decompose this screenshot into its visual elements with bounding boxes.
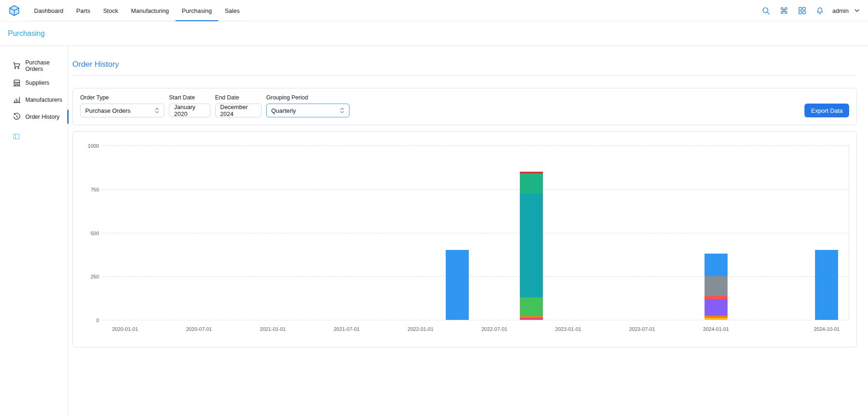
nav-tab-purchasing[interactable]: Purchasing bbox=[175, 0, 218, 21]
x-axis-tick-label: 2022-01-01 bbox=[408, 326, 433, 332]
sidebar-item-label: Purchase Orders bbox=[25, 59, 68, 72]
x-axis-tick-label: 2020-07-01 bbox=[186, 326, 212, 332]
end-date-value: December 2024 bbox=[220, 104, 256, 117]
sidebar-item-purchase-orders[interactable]: Purchase Orders bbox=[0, 57, 68, 74]
start-date-label: Start Date bbox=[169, 94, 210, 101]
nav-tab-sales[interactable]: Sales bbox=[218, 0, 246, 21]
stacked-bar-2024-01-01[interactable] bbox=[705, 254, 728, 320]
sidebar-collapse-icon[interactable] bbox=[12, 133, 21, 140]
bar-segment bbox=[520, 297, 543, 317]
breadcrumb[interactable]: Purchasing bbox=[8, 29, 45, 38]
start-date-value: January 2020 bbox=[174, 104, 205, 117]
bar-segment bbox=[815, 250, 838, 320]
sidebar-item-label: Manufacturers bbox=[25, 97, 62, 103]
select-chevrons-icon bbox=[155, 107, 159, 114]
stacked-bar-2024-10-01[interactable] bbox=[815, 250, 838, 320]
grouping-period-field: Grouping Period Quarterly bbox=[266, 94, 350, 117]
sidebar-item-label: Suppliers bbox=[25, 80, 49, 86]
order-type-select[interactable]: Purchase Orders bbox=[80, 104, 164, 117]
filter-card: Order Type Purchase Orders Start Date Ja… bbox=[72, 88, 857, 125]
sidebar-item-label: Order History bbox=[25, 114, 59, 120]
x-axis-tick-label: 2021-07-01 bbox=[334, 326, 360, 332]
factory-icon bbox=[12, 95, 21, 104]
content-area: Purchase Orders Suppliers Manufacturers bbox=[0, 46, 868, 417]
search-icon[interactable] bbox=[761, 5, 772, 16]
bar-segment bbox=[446, 250, 469, 320]
select-chevrons-icon bbox=[340, 107, 344, 114]
x-axis-tick-label: 2024-10-01 bbox=[814, 326, 839, 332]
x-axis-tick-label: 2023-01-01 bbox=[555, 326, 581, 332]
x-axis-tick-label: 2020-01-01 bbox=[112, 326, 138, 332]
gridline bbox=[103, 189, 849, 190]
main-panel: Order History Order Type Purchase Orders… bbox=[68, 46, 868, 417]
top-bar-actions: ⌘ admin bbox=[761, 5, 861, 16]
x-axis-tick-label: 2021-01-01 bbox=[260, 326, 285, 332]
y-axis-tick-label: 750 bbox=[82, 187, 99, 192]
end-date-label: End Date bbox=[215, 94, 262, 101]
order-type-value: Purchase Orders bbox=[85, 107, 130, 114]
gridline bbox=[103, 276, 849, 277]
shopping-cart-icon bbox=[12, 61, 21, 70]
nav-tab-manufacturing[interactable]: Manufacturing bbox=[124, 0, 175, 21]
bar-segment bbox=[520, 318, 543, 320]
sidebar: Purchase Orders Suppliers Manufacturers bbox=[0, 46, 68, 417]
sidebar-item-manufacturers[interactable]: Manufacturers bbox=[0, 91, 68, 108]
chart-plot: 025050075010002020-01-012020-07-012021-0… bbox=[103, 139, 849, 320]
y-axis-tick-label: 0 bbox=[82, 318, 99, 323]
bell-icon[interactable] bbox=[815, 5, 826, 16]
end-date-field: End Date December 2024 bbox=[215, 94, 262, 117]
top-bar: Dashboard Parts Stock Manufacturing Purc… bbox=[0, 0, 868, 22]
y-axis-tick-label: 500 bbox=[82, 231, 99, 236]
command-icon[interactable]: ⌘ bbox=[779, 5, 790, 16]
username: admin bbox=[833, 7, 849, 14]
apps-icon[interactable] bbox=[797, 5, 808, 16]
plot-right-edge-line bbox=[849, 145, 849, 320]
start-date-input[interactable]: January 2020 bbox=[169, 104, 210, 117]
grouping-period-label: Grouping Period bbox=[266, 94, 350, 101]
export-data-button[interactable]: Export Data bbox=[804, 104, 849, 117]
bar-segment bbox=[705, 299, 728, 316]
stacked-bar-2022-10-01[interactable] bbox=[520, 172, 543, 320]
order-type-field: Order Type Purchase Orders bbox=[80, 94, 164, 117]
bar-segment bbox=[705, 254, 728, 276]
user-menu[interactable]: admin bbox=[833, 7, 861, 14]
sidebar-item-suppliers[interactable]: Suppliers bbox=[0, 74, 68, 91]
stacked-bar-2022-04-01[interactable] bbox=[446, 250, 469, 320]
start-date-field: Start Date January 2020 bbox=[169, 94, 210, 117]
bar-segment bbox=[705, 318, 728, 320]
grouping-period-value: Quarterly bbox=[271, 107, 296, 114]
order-history-chart-card: 025050075010002020-01-012020-07-012021-0… bbox=[72, 131, 857, 348]
nav-tab-dashboard[interactable]: Dashboard bbox=[28, 0, 70, 21]
history-icon bbox=[12, 112, 21, 121]
app-logo-icon[interactable] bbox=[8, 5, 20, 17]
gridline bbox=[103, 320, 849, 320]
end-date-input[interactable]: December 2024 bbox=[215, 104, 262, 117]
nav-tab-stock[interactable]: Stock bbox=[97, 0, 125, 21]
main-nav: Dashboard Parts Stock Manufacturing Purc… bbox=[28, 0, 246, 21]
chevron-down-icon bbox=[853, 7, 861, 14]
x-axis-tick-label: 2023-07-01 bbox=[629, 326, 655, 332]
x-axis-tick-label: 2022-07-01 bbox=[481, 326, 507, 332]
building-store-icon bbox=[12, 78, 21, 87]
gridline bbox=[103, 145, 849, 146]
breadcrumb-bar: Purchasing bbox=[0, 22, 868, 46]
bar-segment bbox=[520, 174, 543, 194]
page-title: Order History bbox=[72, 60, 857, 69]
x-axis-tick-label: 2024-01-01 bbox=[703, 326, 729, 332]
sidebar-item-order-history[interactable]: Order History bbox=[0, 108, 68, 125]
title-divider bbox=[72, 75, 857, 76]
order-type-label: Order Type bbox=[80, 94, 164, 101]
gridline bbox=[103, 233, 849, 233]
grouping-period-select[interactable]: Quarterly bbox=[266, 104, 350, 117]
y-axis-tick-label: 250 bbox=[82, 274, 99, 279]
bar-segment bbox=[705, 296, 728, 299]
bar-segment bbox=[705, 276, 728, 295]
bar-segment bbox=[520, 193, 543, 297]
y-axis-tick-label: 1000 bbox=[82, 143, 99, 149]
nav-tab-parts[interactable]: Parts bbox=[70, 0, 97, 21]
